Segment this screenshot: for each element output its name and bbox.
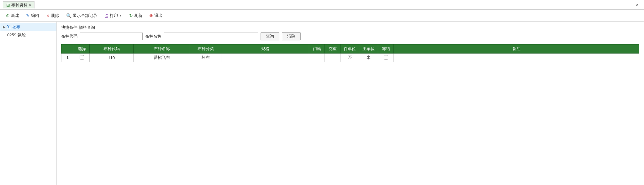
row-piece-unit: 匹: [340, 54, 359, 62]
exit-button[interactable]: ⊗ 退出: [146, 12, 166, 20]
show-all-button[interactable]: 🔍 显示全部记录: [63, 12, 100, 20]
name-filter-label: 布种名称: [145, 33, 161, 39]
edit-button[interactable]: ✎ 编辑: [23, 12, 42, 20]
row-main-unit: 米: [359, 54, 378, 62]
toolbar: ⊕ 新建 ✎ 编辑 ✕ 删除 🔍 显示全部记录 🖨 打印 ▼ ↻ 刷新 ⊗ 退出: [0, 10, 644, 22]
col-header-num: [61, 44, 74, 54]
col-header-weight: 克重: [325, 44, 340, 54]
col-header-remark: 备注: [394, 44, 639, 54]
data-table: 选择 布种代码 布种名称 布种分类 规格 门幅 克重 件单位 主单位 冻结 备注: [61, 44, 639, 62]
new-icon: ⊕: [6, 13, 10, 18]
row-remark: [394, 54, 639, 62]
sidebar-arrow-0: ▶: [3, 25, 5, 29]
col-header-main-unit: 主单位: [359, 44, 378, 54]
col-header-code: 布种代码: [90, 44, 134, 54]
row-frozen-cell[interactable]: [378, 54, 394, 62]
sidebar-item-0[interactable]: ▶ 01 坯布: [0, 23, 56, 31]
sidebar-item-label-1: 0259 氨纶: [3, 32, 26, 38]
main-window: ⊞ 布种资料 × × ⊕ 新建 ✎ 编辑 ✕ 删除 🔍 显示全部记录 🖨 打印 …: [0, 0, 644, 185]
row-weight: [325, 54, 340, 62]
delete-icon: ✕: [46, 13, 50, 18]
window-title: 布种资料: [11, 2, 28, 8]
right-panel: 快捷条件:物料查询 布种代码 布种名称 查询 清除 选择 布种代码: [57, 22, 644, 185]
col-header-name: 布种名称: [134, 44, 190, 54]
code-filter-input[interactable]: [80, 33, 143, 40]
col-header-piece-unit: 件单位: [340, 44, 359, 54]
col-header-spec: 规格: [221, 44, 309, 54]
tab-close-icon[interactable]: ×: [29, 3, 31, 7]
row-frozen-checkbox[interactable]: [384, 55, 388, 59]
main-content: ▶ 01 坯布 0259 氨纶 快捷条件:物料查询 布种代码 布种名称 查询 清…: [0, 22, 644, 185]
delete-label: 删除: [51, 13, 59, 18]
print-button[interactable]: 🖨 打印 ▼: [101, 12, 125, 20]
code-filter-label: 布种代码: [61, 33, 77, 39]
filter-row: 布种代码 布种名称 查询 清除: [61, 32, 639, 40]
row-width: [309, 54, 325, 62]
col-header-width: 门幅: [309, 44, 325, 54]
row-select-cell[interactable]: [74, 54, 90, 62]
clear-button[interactable]: 清除: [282, 32, 301, 40]
refresh-label: 刷新: [134, 13, 142, 18]
delete-button[interactable]: ✕ 删除: [43, 12, 62, 20]
print-dropdown-icon: ▼: [119, 14, 122, 17]
row-name: 爱招飞布: [134, 54, 190, 62]
query-button[interactable]: 查询: [261, 32, 279, 40]
exit-icon: ⊗: [149, 13, 153, 18]
title-tab[interactable]: ⊞ 布种资料 ×: [3, 1, 34, 8]
row-code: 110: [90, 54, 134, 62]
refresh-icon: ↻: [129, 13, 133, 18]
name-filter-input[interactable]: [164, 33, 258, 40]
print-icon: 🖨: [104, 13, 108, 18]
quick-filter-title: 快捷条件:物料查询: [61, 25, 639, 30]
row-spec: [221, 54, 309, 62]
col-header-select: 选择: [74, 44, 90, 54]
col-header-frozen: 冻结: [378, 44, 394, 54]
sidebar: ▶ 01 坯布 0259 氨纶: [0, 22, 57, 185]
row-category: 坯布: [190, 54, 221, 62]
title-bar: ⊞ 布种资料 × ×: [0, 0, 644, 10]
refresh-button[interactable]: ↻ 刷新: [126, 12, 145, 20]
print-label: 打印: [110, 13, 118, 18]
new-label: 新建: [11, 13, 19, 18]
window-close-button[interactable]: ×: [636, 2, 641, 8]
edit-icon: ✎: [26, 13, 30, 18]
show-icon: 🔍: [66, 13, 71, 18]
edit-label: 编辑: [31, 13, 39, 18]
row-number: 1: [61, 54, 74, 62]
new-button[interactable]: ⊕ 新建: [3, 12, 22, 20]
sidebar-item-1[interactable]: 0259 氨纶: [0, 31, 56, 39]
sidebar-item-label-0: 01 坯布: [7, 24, 20, 30]
exit-label: 退出: [154, 13, 162, 18]
table-header-row: 选择 布种代码 布种名称 布种分类 规格 门幅 克重 件单位 主单位 冻结 备注: [61, 44, 639, 54]
table-row: 1 110 爱招飞布 坯布 匹 米: [61, 54, 639, 62]
window-icon: ⊞: [6, 3, 10, 8]
quick-filter: 快捷条件:物料查询 布种代码 布种名称 查询 清除: [61, 25, 639, 40]
row-select-checkbox[interactable]: [80, 55, 84, 59]
col-header-category: 布种分类: [190, 44, 221, 54]
show-all-label: 显示全部记录: [73, 13, 97, 18]
